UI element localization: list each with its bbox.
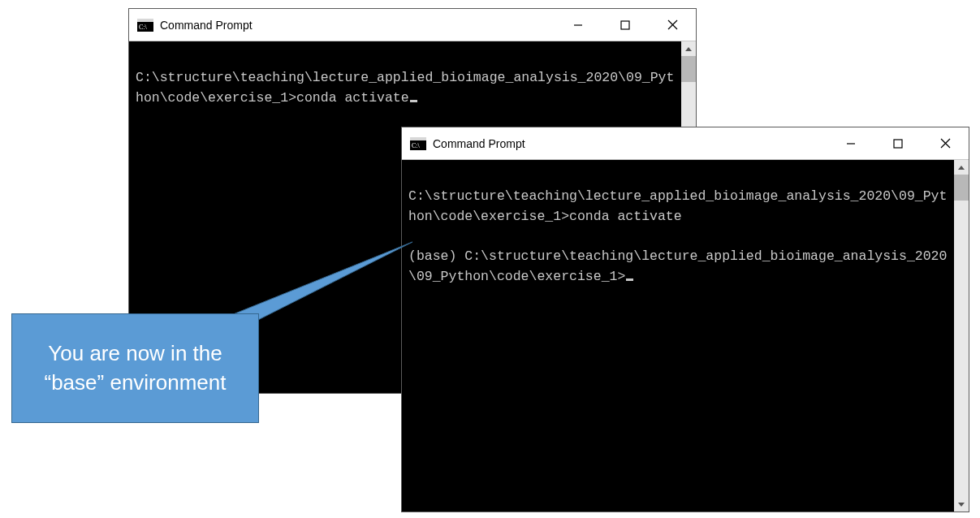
maximize-button[interactable] bbox=[874, 127, 922, 159]
svg-marker-16 bbox=[958, 166, 965, 170]
cmd-icon: C:\ bbox=[137, 19, 153, 32]
window-controls bbox=[827, 127, 969, 159]
svg-rect-1 bbox=[137, 19, 153, 22]
svg-text:C:\: C:\ bbox=[412, 142, 421, 149]
title-bar[interactable]: C:\ Command Prompt bbox=[129, 9, 696, 41]
svg-marker-18 bbox=[211, 242, 412, 323]
window-title: Command Prompt bbox=[433, 137, 827, 150]
window-title: Command Prompt bbox=[160, 19, 555, 32]
close-button[interactable] bbox=[922, 127, 969, 159]
minimize-button[interactable] bbox=[555, 9, 602, 41]
callout-text: You are now in the “base” environment bbox=[27, 339, 244, 396]
scroll-down-icon[interactable] bbox=[954, 497, 969, 512]
annotation-callout: You are now in the “base” environment bbox=[11, 313, 259, 423]
scrollbar-thumb[interactable] bbox=[954, 175, 969, 201]
scroll-up-icon[interactable] bbox=[681, 41, 696, 56]
title-bar[interactable]: C:\ Command Prompt bbox=[402, 127, 969, 160]
minimize-button[interactable] bbox=[827, 127, 874, 159]
command-prompt-window-2: C:\ Command Prompt C:\structure\teaching… bbox=[401, 127, 969, 512]
svg-rect-4 bbox=[621, 21, 629, 29]
svg-text:C:\: C:\ bbox=[139, 24, 148, 31]
terminal-output[interactable]: C:\structure\teaching\lecture_applied_bi… bbox=[402, 160, 954, 512]
window-controls bbox=[555, 9, 696, 41]
scroll-up-icon[interactable] bbox=[954, 160, 969, 175]
cmd-icon: C:\ bbox=[410, 137, 426, 150]
scrollbar[interactable] bbox=[954, 160, 969, 512]
svg-rect-13 bbox=[894, 140, 902, 148]
svg-rect-10 bbox=[410, 137, 426, 140]
scrollbar-track[interactable] bbox=[954, 175, 969, 497]
svg-marker-7 bbox=[685, 47, 692, 51]
terminal-area: C:\structure\teaching\lecture_applied_bi… bbox=[402, 160, 969, 512]
svg-marker-17 bbox=[958, 503, 965, 507]
maximize-button[interactable] bbox=[602, 9, 649, 41]
close-button[interactable] bbox=[649, 9, 696, 41]
scrollbar-thumb[interactable] bbox=[681, 56, 696, 82]
